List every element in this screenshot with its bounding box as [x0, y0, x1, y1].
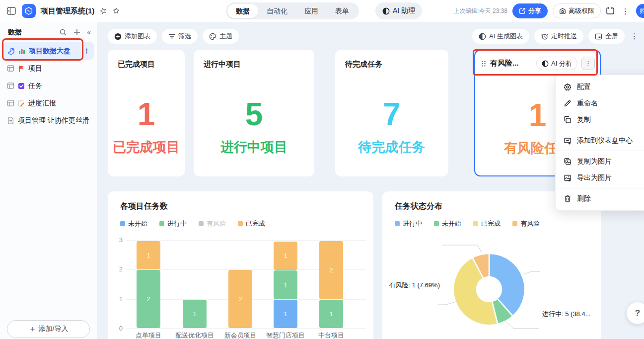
table-icon	[7, 82, 14, 89]
sidebar-item-more-icon[interactable]: ⋮	[83, 47, 90, 55]
theme-button[interactable]: 主题	[203, 29, 239, 44]
search-icon[interactable]	[59, 28, 67, 36]
tab-forms[interactable]: 表单	[327, 4, 358, 18]
chart-context-menu: 配置 重命名 复制 添加到仪表盘中心 复制为图片 导出为图片 删除	[555, 75, 644, 211]
legend-item[interactable]: 未开始	[434, 219, 461, 228]
menu-item-copy-as-image[interactable]: 复制为图片	[556, 153, 644, 170]
legend-marker	[512, 221, 517, 226]
pie-chart-icon	[7, 47, 15, 55]
share-label: 分享	[528, 6, 541, 15]
avatar[interactable]: 姓	[636, 4, 644, 18]
sidebar-item-tasks[interactable]: 任务	[3, 77, 94, 94]
filter-button[interactable]: 筛选	[162, 29, 198, 44]
table-icon	[7, 65, 14, 72]
bar-column[interactable]: 2	[228, 270, 252, 328]
legend-marker	[199, 221, 204, 226]
ai-generate-chart-button[interactable]: AI 生成图表	[472, 29, 529, 44]
menu-item-add-to-dashboard[interactable]: 添加到仪表盘中心	[556, 132, 644, 149]
sidebar-item-dashboard[interactable]: 项目数据大盘 ⋮	[3, 42, 94, 60]
tab-data[interactable]: 数据	[227, 4, 258, 18]
y-axis-tick: 2	[111, 265, 123, 273]
legend-item[interactable]: 进行中	[395, 219, 422, 228]
bar-segment-进行中[interactable]: 1	[274, 270, 297, 299]
card-title: 待完成任务	[345, 60, 382, 69]
topbar: 项目管理系统(1) 数据 自动化 应用 表单 AI 助理 上次编辑:今天 23:…	[0, 0, 644, 22]
charts-row: 各项目任务数 未开始进行中有风险已完成 012321点单项目1配送优化项目2新会…	[108, 191, 602, 339]
ai-circle-icon	[542, 60, 549, 67]
stat-value: 1	[108, 98, 185, 130]
collapse-sidebar-icon[interactable]: «	[87, 28, 91, 36]
add-import-button[interactable]: ＋ 添加/导入	[7, 320, 90, 338]
bar-segment-未开始[interactable]: 1	[274, 300, 297, 328]
menu-item-export-as-image[interactable]: 导出为图片	[556, 170, 644, 186]
favorite-star-icon[interactable]	[112, 7, 120, 15]
add-icon[interactable]	[73, 28, 81, 36]
apps-icon[interactable]	[606, 6, 615, 15]
legend-marker	[473, 221, 478, 226]
chart-title: 各项目任务数	[120, 201, 168, 212]
legend-item[interactable]: 已完成	[473, 219, 501, 228]
share-button[interactable]: 分享	[512, 3, 548, 18]
topbar-more-icon[interactable]: ⋮	[620, 7, 631, 15]
card-more-button[interactable]: ⋮	[581, 57, 595, 70]
menu-item-delete[interactable]: 删除	[556, 190, 644, 207]
legend-item[interactable]: 进行中	[159, 219, 187, 228]
legend-item[interactable]: 有风险	[512, 219, 540, 228]
legend-label: 已完成	[246, 219, 265, 228]
stat-label: 待完成任务	[335, 138, 448, 156]
bar-segment-已完成[interactable]: 2	[228, 270, 252, 328]
drag-handle-icon[interactable]	[481, 60, 486, 67]
ai-assistant-button[interactable]: AI 助理	[375, 2, 422, 19]
flag-icon	[18, 65, 25, 72]
dashboard-add-icon	[564, 137, 572, 145]
stat-card-completed-projects[interactable]: 已完成项目 1 已完成项目	[108, 50, 185, 176]
add-chart-button[interactable]: 添加图表	[108, 29, 157, 44]
bar-segment-已完成[interactable]: 2	[319, 241, 343, 299]
ai-analyze-button[interactable]: AI 分析	[536, 57, 577, 70]
bar-segment-进行中[interactable]: 1	[183, 300, 207, 328]
sidebar-item-projects[interactable]: 项目	[3, 60, 94, 77]
sidebar-item-label: 进度汇报	[28, 99, 90, 108]
legend-item[interactable]: 已完成	[238, 219, 265, 228]
bar-chart-icon	[18, 48, 25, 55]
tab-apps[interactable]: 应用	[296, 4, 327, 18]
bar-column[interactable]: 21	[137, 241, 160, 328]
palette-icon	[209, 33, 216, 40]
stat-card-pending-tasks[interactable]: 待完成任务 7 待完成任务	[335, 50, 448, 176]
sidebar-item-label: 任务	[28, 82, 90, 90]
bar-segment-已完成[interactable]: 1	[137, 241, 160, 269]
fullscreen-button[interactable]: 全屏	[588, 29, 625, 44]
sidebar-item-doc[interactable]: 项目管理 让协作更丝滑	[3, 112, 94, 129]
donut-chart-card[interactable]: 任务状态分布 进行中未开始已完成有风险 有风险: 1 (7.69%) 进行中: …	[382, 191, 601, 339]
scheduled-push-button[interactable]: 定时推送	[534, 29, 583, 44]
sidebar-toggle-icon[interactable]	[6, 5, 17, 16]
stat-card-inprogress-projects[interactable]: 进行中项目 5 进行中项目	[194, 50, 314, 176]
menu-divider	[556, 188, 644, 188]
bar-segment-进行中[interactable]: 2	[137, 270, 160, 328]
advanced-permission-button[interactable]: 高级权限	[553, 3, 601, 18]
menu-item-rename[interactable]: 重命名	[556, 95, 644, 111]
dashboard-more-icon[interactable]: ⋮	[630, 32, 639, 41]
plus-icon: ＋	[29, 324, 37, 335]
bar-column[interactable]: 111	[274, 242, 297, 328]
legend-item[interactable]: 有风险	[199, 219, 226, 228]
donut-slices[interactable]	[453, 254, 525, 325]
bar-column[interactable]: 1	[183, 300, 207, 328]
bar-column[interactable]: 12	[319, 241, 343, 328]
lock-icon	[559, 7, 566, 14]
pin-icon[interactable]	[99, 7, 107, 15]
view-tabs: 数据 自动化 应用 表单	[226, 2, 359, 19]
legend-label: 进行中	[403, 219, 422, 228]
app-logo-icon[interactable]	[22, 4, 36, 18]
legend-item[interactable]: 未开始	[120, 219, 147, 228]
x-axis-label: 中台项目	[301, 331, 361, 339]
bar-chart-card[interactable]: 各项目任务数 未开始进行中有风险已完成 012321点单项目1配送优化项目2新会…	[108, 191, 373, 339]
bar-segment-进行中[interactable]: 1	[319, 300, 343, 328]
tab-automation[interactable]: 自动化	[258, 4, 296, 18]
menu-divider	[556, 151, 644, 151]
menu-item-configure[interactable]: 配置	[556, 79, 644, 95]
menu-item-duplicate[interactable]: 复制	[556, 111, 644, 128]
bar-segment-已完成[interactable]: 1	[274, 242, 297, 270]
sidebar-item-progress-report[interactable]: 进度汇报	[3, 94, 94, 112]
legend-marker	[434, 221, 439, 226]
